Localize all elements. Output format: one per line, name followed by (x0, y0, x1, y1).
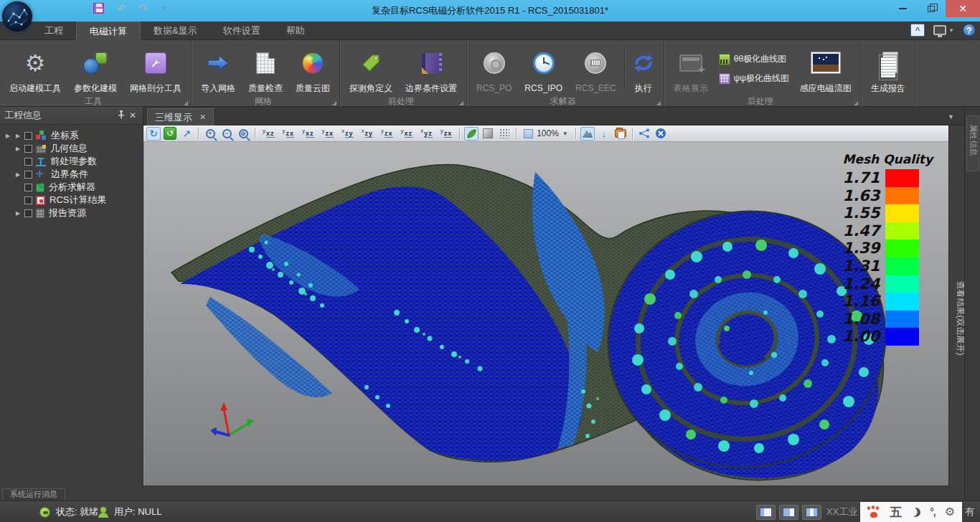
execute-button[interactable]: 执行 (626, 42, 661, 96)
app-logo-icon[interactable] (2, 1, 32, 32)
rcs-po-button[interactable]: RCS_PO (470, 42, 518, 96)
rcs-eec-button[interactable]: RCS_EEC (569, 42, 623, 96)
view-axis-button[interactable]: yxz (260, 127, 278, 141)
close-button[interactable]: ✕ (946, 0, 980, 17)
tree-item-report-resources[interactable]: ▶ 报告资源 (0, 207, 143, 219)
view-axis-button[interactable]: xzy (359, 127, 377, 141)
group-launcher-icon[interactable] (332, 101, 336, 105)
rcs-ipo-button[interactable]: RCS_IPO (518, 42, 569, 96)
chevron-right-icon[interactable]: ▶ (13, 210, 23, 217)
zoom-dropdown-icon[interactable]: ▼ (562, 130, 568, 137)
layout-split-panel-button[interactable] (779, 505, 798, 520)
table-display-button[interactable]: 表格展示 (667, 42, 715, 96)
tree-item-geometry-info[interactable]: ▶ 几何信息 (0, 142, 143, 155)
group-launcher-icon[interactable] (184, 101, 188, 105)
zoom-fit-icon[interactable]: ⊕ (236, 127, 250, 141)
perspective-mode-icon[interactable] (580, 127, 595, 141)
quality-cloud-map-button[interactable]: 质量云图 (289, 42, 336, 96)
generate-report-button[interactable]: 生成报告 (864, 42, 912, 96)
psi-polarization-curve-button[interactable]: ψψ极化曲线图 (715, 71, 793, 86)
pin-icon[interactable] (116, 110, 127, 121)
checkbox[interactable] (24, 196, 32, 204)
tab-3d-display[interactable]: 三维显示 ✕ (147, 108, 214, 125)
import-mesh-button[interactable]: 导入网格 (194, 42, 242, 96)
results-side-strip[interactable]: 查看结果(双击展开) (948, 125, 964, 485)
restore-button[interactable] (917, 0, 946, 17)
flat-mode-icon[interactable] (481, 127, 495, 141)
view-axis-button[interactable]: xzy (339, 127, 357, 141)
grid-document-icon (256, 52, 275, 74)
checkbox[interactable] (24, 132, 32, 140)
chevron-right-icon[interactable]: ▶ (3, 133, 13, 139)
ime-punctuation-icon[interactable]: °, (930, 506, 936, 518)
tab-project[interactable]: 工程 (32, 22, 76, 40)
pan-icon[interactable]: ↗ (179, 127, 194, 141)
zoom-level-control[interactable]: 100% ▼ (521, 127, 571, 141)
properties-tab[interactable]: 属性信息 (966, 115, 979, 171)
quality-check-button[interactable]: 质量检查 (242, 42, 289, 96)
view-axis-button[interactable]: yzx (378, 127, 396, 141)
shaded-mode-leaf-icon[interactable] (464, 127, 479, 141)
tree-item-preprocess-params[interactable]: T 前处理参数 (0, 155, 143, 168)
tab-help[interactable]: 帮助 (273, 22, 318, 40)
tab-list-dropdown-icon[interactable]: ▼ (948, 113, 954, 120)
points-mode-icon[interactable] (497, 127, 512, 141)
ime-moon-icon[interactable] (910, 506, 922, 518)
tab-data-display[interactable]: 数据&显示 (141, 22, 210, 40)
panel-close-icon[interactable]: ✕ (127, 110, 138, 120)
view-axis-button[interactable]: yzx (280, 127, 298, 141)
view-axis-button[interactable]: xyz (418, 127, 435, 141)
view-axis-button[interactable]: yzx (438, 127, 456, 141)
group-launcher-icon[interactable] (656, 101, 661, 105)
checkbox[interactable] (24, 171, 32, 179)
ime-mode-label[interactable]: 五 (890, 504, 902, 521)
chevron-right-icon[interactable]: ▶ (13, 133, 23, 139)
tree-item-coordinate-system[interactable]: ▶ ▶ 坐标系 (0, 129, 143, 142)
display-style-icon[interactable] (933, 25, 946, 35)
induced-current-map-button[interactable]: 感应电磁流图 (793, 42, 858, 96)
refresh-view-icon[interactable]: ↺ (163, 127, 177, 141)
chevron-right-icon[interactable]: ▶ (13, 171, 23, 178)
clear-view-icon[interactable] (654, 127, 668, 141)
export-folder-icon[interactable] (613, 127, 628, 141)
help-icon[interactable]: ? (963, 24, 976, 37)
tab-close-icon[interactable]: ✕ (199, 113, 206, 122)
group-launcher-icon[interactable] (459, 101, 463, 105)
tree-item-analysis-solver[interactable]: 分析求解器 (0, 181, 143, 194)
rotate-icon[interactable]: ↻ (146, 127, 161, 141)
ribbon-group-tools: ⚙ 启动建模工具 参数化建模 网格剖分工具 工具 (0, 40, 192, 107)
checkbox[interactable] (24, 145, 32, 153)
tab-em-computation[interactable]: 电磁计算 (76, 22, 141, 40)
layout-right-panel-button[interactable] (802, 505, 821, 520)
viewport-3d[interactable]: Mesh Quality 1.711.63 1.551.47 1.391.31 … (143, 142, 948, 485)
ime-settings-gear-icon[interactable]: ⚙ (945, 506, 955, 518)
display-style-dropdown-icon[interactable]: ▼ (948, 27, 954, 34)
tab-software-settings[interactable]: 软件设置 (210, 22, 273, 40)
tree-item-rcs-results[interactable]: RCS计算结果 (0, 194, 143, 207)
ime-paw-icon[interactable] (867, 506, 880, 518)
view-axis-button[interactable]: yxz (299, 127, 317, 141)
group-launcher-icon[interactable] (854, 101, 858, 105)
view-axis-button[interactable]: yzx (319, 127, 337, 141)
boundary-condition-settings-button[interactable]: 边界条件设置 (399, 42, 463, 96)
down-arrow-icon[interactable]: ↓ (597, 127, 611, 141)
layout-left-panel-button[interactable] (756, 505, 776, 520)
ribbon-collapse-icon[interactable]: ^ (910, 24, 925, 37)
probe-angle-define-button[interactable]: 探测角定义 (343, 42, 399, 96)
share-icon[interactable] (637, 127, 651, 141)
launch-modeling-tool-button[interactable]: ⚙ 启动建模工具 (3, 42, 67, 96)
mesh-partition-tool-button[interactable]: 网格剖分工具 (123, 42, 188, 96)
checkbox[interactable] (24, 184, 32, 191)
checkbox[interactable] (24, 158, 32, 166)
system-messages-tab[interactable]: 系统运行消息 (2, 488, 65, 500)
zoom-in-icon[interactable]: + (203, 127, 217, 141)
parametric-modeling-button[interactable]: 参数化建模 (67, 42, 123, 96)
view-axis-button[interactable]: yxz (398, 127, 416, 141)
theta-polarization-curve-button[interactable]: θθ极化曲线图 (715, 52, 793, 67)
tree-item-boundary-conditions[interactable]: ▶ ✛ 边界条件 (0, 168, 143, 181)
chevron-right-icon[interactable]: ▶ (13, 146, 23, 152)
checkbox[interactable] (24, 209, 32, 217)
zoom-out-icon[interactable]: − (220, 127, 234, 141)
minimize-button[interactable] (888, 0, 917, 17)
logo-network-graphic (6, 5, 30, 29)
